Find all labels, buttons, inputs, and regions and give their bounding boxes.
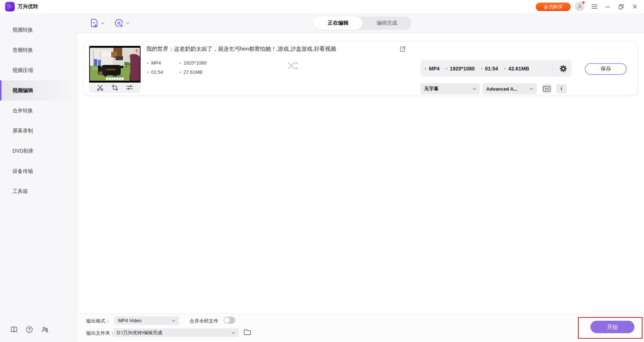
output-size: 42.61MB <box>508 66 529 72</box>
titlebar: 万兴优转 会员购买 <box>0 0 644 13</box>
chevron-down-icon <box>172 320 175 322</box>
source-resolution: 1920*1080 <box>183 60 207 66</box>
output-format-value: MP4 Video <box>118 318 141 323</box>
sidebar-footer <box>10 326 48 333</box>
save-button[interactable]: 保存 <box>585 63 627 75</box>
chevron-down-icon <box>232 332 235 334</box>
app-window: 万兴优转 会员购买 视频转换 音频转换 视频压缩 <box>0 0 644 342</box>
output-folder-label: 输出文件夹： <box>86 330 115 336</box>
audio-dropdown[interactable]: Advanced A... <box>483 83 537 94</box>
video-title: 我的世界：这老奶奶太凶了，就连乞丐him都害怕她！,游戏,沙盒游戏,好看视频 <box>146 46 396 52</box>
sidebar-item-device-transfer[interactable]: 设备传输 <box>0 161 77 181</box>
sidebar-item-audio-convert[interactable]: 音频转换 <box>0 40 77 60</box>
bottom-bar: 输出格式： MP4 Video 合并全部文件 输出文件夹： D:\万兴优转\编辑… <box>77 314 644 342</box>
user-avatar[interactable] <box>575 1 585 11</box>
notification-dot <box>582 1 585 4</box>
sidebar-item-video-convert[interactable]: 视频转换 <box>0 20 77 40</box>
output-format: MP4 <box>429 66 440 72</box>
thumbnail-image <box>89 46 141 83</box>
rename-edit-icon[interactable] <box>400 46 406 52</box>
convert-shuffle-icon <box>287 60 301 72</box>
output-folder-dropdown[interactable]: D:\万兴优转\编辑完成 <box>113 328 239 337</box>
audio-value: Advanced A... <box>486 86 517 92</box>
fit-icon <box>543 86 550 92</box>
merge-all-toggle[interactable] <box>223 317 235 324</box>
output-resolution: 1920*1080 <box>450 66 475 72</box>
tab-finished[interactable]: 编辑完成 <box>363 20 411 26</box>
video-thumbnail[interactable] <box>89 46 141 93</box>
tab-editing[interactable]: 正在编辑 <box>314 17 363 30</box>
restore-button[interactable] <box>616 1 626 12</box>
minimize-button[interactable] <box>603 1 612 12</box>
person-icon <box>577 4 583 10</box>
chevron-down-icon <box>126 22 130 24</box>
sidebar-item-merge-convert[interactable]: 合并转换 <box>0 101 77 121</box>
output-format-label: 输出格式： <box>86 318 110 324</box>
output-folder-value: D:\万兴优转\编辑完成 <box>117 330 162 336</box>
chevron-down-icon <box>530 88 533 90</box>
sidebar: 视频转换 音频转换 视频压缩 视频编辑 合并转换 屏幕录制 DVD刻录 设备传输… <box>0 13 77 342</box>
sidebar-item-toolbox[interactable]: 工具箱 <box>0 181 77 201</box>
output-duration: 01:54 <box>485 66 498 72</box>
sidebar-nav: 视频转换 音频转换 视频压缩 视频编辑 合并转换 屏幕录制 DVD刻录 设备传输… <box>0 20 77 201</box>
subtitle-dropdown[interactable]: 无字幕 <box>421 83 480 94</box>
info-button[interactable]: i <box>556 84 567 94</box>
output-info-bar: MP4 1920*1080 01:54 42.61MB <box>421 60 572 77</box>
sidebar-item-screen-record[interactable]: 屏幕录制 <box>0 121 77 141</box>
fit-resize-button[interactable] <box>542 84 552 94</box>
chevron-down-icon <box>473 88 476 90</box>
community-icon[interactable] <box>41 326 48 333</box>
app-logo-icon <box>5 2 15 11</box>
source-size: 27.61MB <box>183 69 203 75</box>
add-disc-button[interactable] <box>114 18 130 28</box>
subtitle-value: 无字幕 <box>424 86 439 92</box>
source-meta: MP4 1920*1080 01:54 27.61MB <box>147 58 207 77</box>
close-button[interactable] <box>630 1 640 12</box>
sidebar-item-dvd-burn[interactable]: DVD刻录 <box>0 141 77 161</box>
file-list: 我的世界：这老奶奶太凶了，就连乞丐him都害怕她！,游戏,沙盒游戏,好看视频 M… <box>77 33 644 313</box>
membership-buy-button[interactable]: 会员购买 <box>536 3 571 11</box>
chevron-down-icon <box>101 22 105 24</box>
crop-icon[interactable] <box>111 84 119 91</box>
add-file-icon <box>89 18 99 28</box>
add-file-button[interactable] <box>89 18 105 28</box>
sidebar-item-video-edit[interactable]: 视频编辑 <box>0 80 77 101</box>
output-format-dropdown[interactable]: MP4 Video <box>114 316 179 325</box>
menu-icon[interactable] <box>590 1 599 12</box>
add-disc-icon <box>114 18 124 28</box>
source-duration: 01:54 <box>151 69 163 75</box>
file-card: 我的世界：这老奶奶太凶了，就连乞丐him都害怕她！,游戏,沙盒游戏,好看视频 M… <box>84 41 638 95</box>
open-folder-icon[interactable] <box>243 328 251 336</box>
start-button[interactable]: 开始 <box>590 321 634 333</box>
manual-book-icon[interactable] <box>10 326 18 333</box>
merge-all-label: 合并全部文件 <box>190 318 218 324</box>
help-icon[interactable] <box>26 326 33 333</box>
main-area: 正在编辑 编辑完成 <box>77 13 644 342</box>
status-tabs: 正在编辑 编辑完成 <box>314 17 411 30</box>
toolbar: 正在编辑 编辑完成 <box>77 13 644 33</box>
edit-tools <box>89 83 141 93</box>
trim-scissors-icon[interactable] <box>97 84 104 91</box>
effects-adjust-icon[interactable] <box>126 84 133 91</box>
sidebar-item-video-compress[interactable]: 视频压缩 <box>0 60 77 80</box>
output-settings-gear-icon[interactable] <box>559 65 567 73</box>
source-format: MP4 <box>151 60 161 66</box>
app-title: 万兴优转 <box>18 3 38 10</box>
